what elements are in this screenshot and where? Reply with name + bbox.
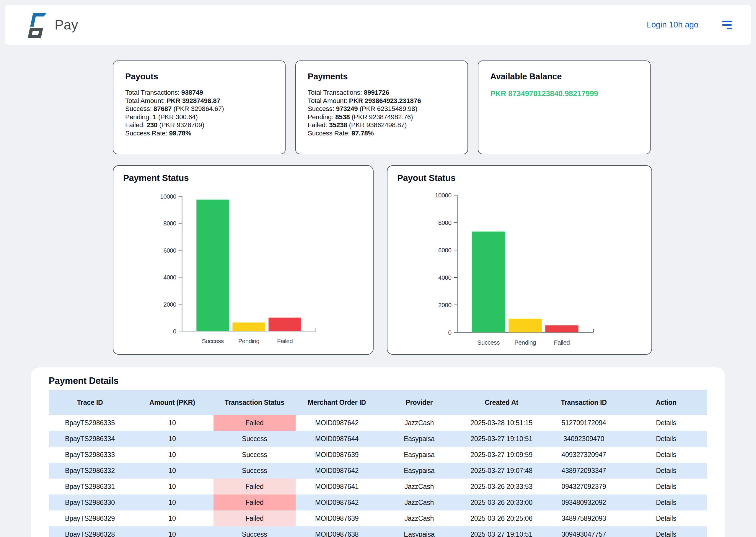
details-action[interactable]: Details: [625, 495, 707, 511]
details-action[interactable]: Details: [625, 511, 707, 526]
table-header: Trace IDAmount (PKR)Transaction StatusMe…: [49, 390, 707, 415]
hamburger-menu-icon[interactable]: [722, 21, 732, 29]
cell-created_at: 2025-03-26 20:33:53: [461, 478, 543, 495]
bpay-logo-mark: [25, 11, 50, 39]
cell-created_at: 2025-03-27 19:07:48: [461, 463, 543, 478]
stat-line: Success Rate: 99.78%: [125, 129, 273, 138]
cell-provider: JazzCash: [378, 478, 461, 495]
cell-transaction_id: 093480932092: [543, 495, 625, 511]
column-header-transaction_id: Transaction ID: [543, 390, 625, 415]
cell-transaction_id: 512709172094: [543, 415, 625, 431]
table-header-row: Trace IDAmount (PKR)Transaction StatusMe…: [49, 390, 707, 415]
stat-line: Success: 87687 (PKR 329864.67): [125, 105, 273, 113]
stat-line: Pending: 8538 (PKR 923874982.76): [308, 113, 456, 121]
cell-transaction_id: 34092309470: [543, 431, 625, 447]
available-balance-title: Available Balance: [490, 72, 638, 81]
payments-card: Payments Total Transactions: 8991726Tota…: [295, 61, 468, 154]
x-category-label: Success: [477, 339, 500, 346]
cell-trace_id: BpayTS2986331: [49, 478, 131, 495]
y-tick-label: 2000: [438, 302, 451, 308]
table-body: BpayTS298633510FailedMOID0987642JazzCash…: [49, 415, 707, 537]
cell-trace_id: BpayTS2986328: [49, 526, 131, 537]
cell-amount: 10: [131, 526, 213, 537]
chart-canvas: 0200040006000800010000SuccessPendingFail…: [387, 166, 651, 354]
cell-status: Failed: [213, 415, 296, 431]
cell-created_at: 2025-03-28 10:51:15: [461, 415, 543, 431]
y-tick-label: 2000: [163, 301, 176, 308]
column-header-action: Action: [625, 390, 707, 415]
x-category-label: Pending: [238, 338, 260, 344]
details-action[interactable]: Details: [625, 478, 707, 495]
cell-status: Failed: [213, 478, 296, 495]
cell-merchant_order_id: MOID0987638: [295, 526, 378, 537]
cell-amount: 10: [131, 495, 213, 511]
cell-created_at: 2025-03-27 19:09:59: [461, 447, 543, 463]
table-row: BpayTS298633310SuccessMOID0987639Easypai…: [49, 447, 707, 463]
cell-trace_id: BpayTS2986333: [49, 447, 131, 463]
cell-provider: Easypaisa: [378, 431, 461, 447]
x-category-label: Failed: [554, 339, 570, 346]
payments-stats: Total Transactions: 8991726Total Amount:…: [308, 89, 456, 138]
stat-line: Success: 973249 (PKR 62315489.98): [308, 105, 456, 113]
details-action[interactable]: Details: [625, 447, 707, 463]
payment-details-section: Payment Details Trace IDAmount (PKR)Tran…: [31, 367, 725, 537]
details-action[interactable]: Details: [625, 415, 707, 431]
cell-status: Success: [213, 526, 296, 537]
bar-pending: [509, 319, 542, 332]
logo-text: Pay: [55, 17, 78, 33]
topbar-right: Login 10h ago: [647, 20, 732, 29]
payouts-stats: Total Transactions: 938749Total Amount: …: [125, 89, 273, 138]
table-row: BpayTS298633210SuccessMOID0987642Easypai…: [49, 463, 707, 478]
menu-line-short: [727, 28, 732, 29]
cell-merchant_order_id: MOID0987642: [295, 463, 378, 478]
y-tick-label: 6000: [438, 247, 451, 253]
y-tick-label: 0: [448, 329, 451, 336]
available-balance-amount: PKR 8734970123840.98217999: [490, 89, 638, 98]
details-action[interactable]: Details: [625, 526, 707, 537]
payouts-card: Payouts Total Transactions: 938749Total …: [113, 61, 286, 154]
cell-trace_id: BpayTS2986334: [49, 431, 131, 447]
cell-provider: JazzCash: [378, 415, 461, 431]
column-header-trace_id: Trace ID: [49, 390, 131, 415]
login-link[interactable]: Login 10h ago: [647, 20, 698, 29]
cell-created_at: 2025-03-27 19:10:51: [461, 431, 543, 447]
charts-row: Payment Status 0200040006000800010000Suc…: [113, 165, 652, 355]
table-row: BpayTS298633010FailedMOID0987642JazzCash…: [49, 495, 707, 511]
cell-merchant_order_id: MOID0987642: [295, 495, 378, 511]
cell-transaction_id: 409327320947: [543, 447, 625, 463]
stats-row: Payouts Total Transactions: 938749Total …: [113, 61, 650, 154]
menu-line: [722, 24, 732, 26]
bar-pending: [232, 322, 265, 331]
cell-provider: JazzCash: [378, 511, 461, 526]
bar-success: [472, 231, 505, 333]
payment-details-title: Payment Details: [49, 376, 119, 386]
stat-line: Total Transactions: 8991726: [308, 89, 456, 97]
payout-status-chart-card: Payout Status 0200040006000800010000Succ…: [387, 165, 652, 355]
table-row: BpayTS298632810SuccessMOID0987638Easypai…: [49, 526, 707, 537]
cell-status: Failed: [213, 511, 296, 526]
details-action[interactable]: Details: [625, 463, 707, 478]
payment-details-table: Trace IDAmount (PKR)Transaction StatusMe…: [49, 390, 707, 537]
column-header-created_at: Created At: [461, 390, 543, 415]
payment-status-chart-title: Payment Status: [123, 173, 189, 183]
y-tick-label: 8000: [438, 219, 451, 226]
x-category-label: Pending: [514, 339, 536, 346]
y-tick-label: 8000: [163, 220, 176, 227]
details-action[interactable]: Details: [625, 431, 707, 447]
cell-created_at: 2025-03-26 20:25:06: [461, 511, 543, 526]
stat-line: Failed: 35238 (PKR 93862498.87): [308, 121, 456, 129]
stat-line: Total Amount: PKR 39287498.87: [125, 97, 273, 105]
cell-provider: Easypaisa: [378, 526, 461, 537]
column-header-provider: Provider: [378, 390, 461, 415]
cell-merchant_order_id: MOID0987641: [295, 478, 378, 495]
column-header-status: Transaction Status: [213, 390, 296, 415]
bpay-logo: Pay: [25, 11, 78, 39]
cell-provider: Easypaisa: [378, 447, 461, 463]
cell-amount: 10: [131, 478, 213, 495]
cell-transaction_id: 438972093347: [543, 463, 625, 478]
cell-merchant_order_id: MOID0987642: [295, 415, 378, 431]
cell-amount: 10: [131, 447, 213, 463]
cell-merchant_order_id: MOID0987644: [295, 431, 378, 447]
bar-failed: [545, 325, 578, 333]
stat-line: Total Transactions: 938749: [125, 89, 273, 97]
